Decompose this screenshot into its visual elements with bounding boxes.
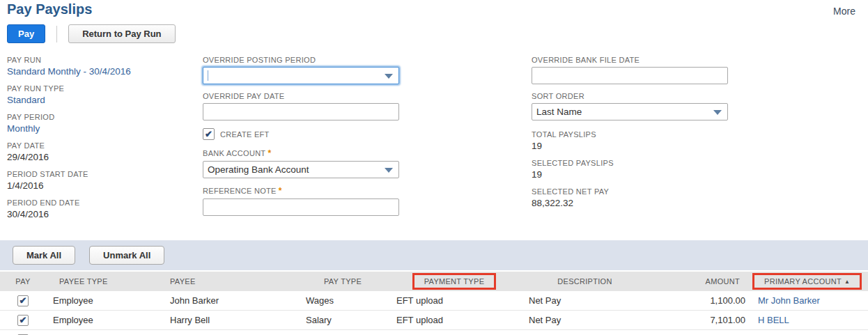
override-bank-file-date-group: OVERRIDE BANK FILE DATE — [532, 56, 728, 84]
primary-account-link[interactable]: Mr John Barker — [758, 295, 820, 306]
cell-primary-account: Mr John Barker — [750, 291, 868, 311]
col-amount[interactable]: AMOUNT — [649, 272, 750, 291]
total-payslips-label: TOTAL PAYSLIPS — [532, 130, 728, 139]
col-description[interactable]: DESCRIPTION — [520, 272, 649, 291]
list-action-band: Mark All Unmark All — [0, 240, 868, 270]
row-pay-checkbox[interactable]: ✔ — [17, 315, 29, 326]
pay-button[interactable]: Pay — [7, 24, 45, 43]
col-pay-type[interactable]: PAY TYPE — [297, 272, 388, 291]
cell-description: Net Pay — [520, 291, 649, 311]
pay-payslips-page: Pay Payslips More Pay Return to Pay Run … — [0, 0, 868, 335]
sort-order-group: SORT ORDER Last Name — [532, 92, 728, 120]
detail-value[interactable]: Standard Monthly - 30/4/2016 — [7, 66, 195, 77]
cell-payment-type: EFT upload — [388, 311, 520, 330]
cell-payee: John Barker — [161, 291, 297, 311]
cell-payment-type: EFT upload — [388, 330, 520, 335]
required-icon: * — [279, 186, 282, 196]
chevron-down-icon — [385, 74, 393, 79]
selected-payslips-value: 19 — [532, 169, 728, 180]
cell-pay: ✔ — [0, 311, 46, 330]
detail-period-start-date: PERIOD START DATE 1/4/2016 — [7, 170, 195, 192]
override-pay-date-input[interactable] — [203, 103, 399, 120]
detail-label: PERIOD START DATE — [7, 170, 195, 178]
selected-payslips-label: SELECTED PAYSLIPS — [532, 159, 728, 167]
cell-payee-type: Employee — [46, 330, 161, 335]
reference-note-group: REFERENCE NOTE* — [203, 186, 399, 216]
override-posting-period-label: OVERRIDE POSTING PERIOD — [203, 56, 399, 64]
total-payslips-value: 19 — [532, 141, 728, 152]
unmark-all-button[interactable]: Unmark All — [89, 246, 164, 265]
check-icon: ✔ — [20, 315, 27, 325]
table-header-row: PAY PAYEE TYPE PAYEE PAY TYPE PAYMENT TY… — [0, 272, 868, 291]
cell-payment-type: EFT upload — [388, 291, 520, 311]
col-pay[interactable]: PAY — [0, 272, 46, 291]
payslip-table-body: ✔EmployeeJohn BarkerWagesEFT uploadNet P… — [0, 291, 868, 335]
create-eft-checkbox[interactable]: ✔ — [203, 128, 215, 140]
cell-primary-account: H BELL — [750, 311, 868, 330]
cell-pay: ✔ — [0, 330, 46, 335]
more-link[interactable]: More — [833, 6, 855, 17]
selected-net-pay-value: 88,322.32 — [532, 198, 728, 209]
detail-value: 29/4/2016 — [7, 152, 195, 163]
chevron-down-icon — [713, 110, 722, 115]
override-pay-date-group: OVERRIDE PAY DATE — [203, 92, 399, 120]
bank-account-dropdown[interactable]: Operating Bank Account — [203, 161, 399, 178]
sort-order-dropdown[interactable]: Last Name — [532, 103, 728, 120]
cell-pay-type: Salary — [297, 330, 388, 335]
detail-value[interactable]: Standard — [7, 95, 195, 106]
detail-label: PERIOD END DATE — [7, 198, 195, 207]
return-to-pay-run-button[interactable]: Return to Pay Run — [68, 24, 175, 43]
detail-pay-run: PAY RUN Standard Monthly - 30/4/2016 — [7, 56, 195, 77]
payslip-table: PAY PAYEE TYPE PAYEE PAY TYPE PAYMENT TY… — [0, 272, 868, 335]
form-middle-column: OVERRIDE POSTING PERIOD OVERRIDE PAY DAT… — [203, 56, 399, 224]
cell-amount: 1,100.00 — [649, 291, 750, 311]
sort-asc-icon: ▲ — [844, 279, 850, 285]
create-eft-label: CREATE EFT — [220, 130, 270, 139]
cell-pay-type: Wages — [297, 291, 388, 311]
mark-all-button[interactable]: Mark All — [13, 246, 75, 265]
cell-description: Net Pay — [520, 311, 649, 330]
page-title: Pay Payslips — [7, 1, 92, 17]
override-bank-file-date-input[interactable] — [532, 67, 728, 84]
override-posting-period-group: OVERRIDE POSTING PERIOD — [203, 56, 399, 84]
bank-account-label: BANK ACCOUNT* — [203, 148, 399, 158]
override-pay-date-label: OVERRIDE PAY DATE — [203, 92, 399, 100]
table-row: ✔EmployeeNicholas B…SalaryEFT uploadNet … — [0, 330, 868, 335]
payment-type-highlight-box: PAYMENT TYPE — [412, 273, 497, 290]
col-payee-type[interactable]: PAYEE TYPE — [46, 272, 161, 291]
check-icon: ✔ — [205, 130, 212, 139]
bank-account-value: Operating Bank Account — [208, 164, 309, 175]
cell-payee-type: Employee — [46, 311, 161, 330]
detail-pay-date: PAY DATE 29/4/2016 — [7, 141, 195, 163]
col-primary-account[interactable]: PRIMARY ACCOUNT▲ — [750, 272, 868, 291]
override-bank-file-date-label: OVERRIDE BANK FILE DATE — [532, 56, 728, 64]
cell-payee: Harry Bell — [161, 311, 297, 330]
table-row: ✔EmployeeHarry BellSalaryEFT uploadNet P… — [0, 311, 868, 330]
col-payee[interactable]: PAYEE — [161, 272, 297, 291]
form-right-column: OVERRIDE BANK FILE DATE SORT ORDER Last … — [532, 56, 728, 216]
detail-value[interactable]: Monthly — [7, 123, 195, 134]
sort-order-label: SORT ORDER — [532, 92, 728, 100]
check-icon: ✔ — [20, 296, 27, 305]
reference-note-input[interactable] — [203, 198, 399, 216]
cell-amount: 7,101.00 — [649, 311, 750, 330]
col-payment-type[interactable]: PAYMENT TYPE — [388, 272, 520, 291]
bank-account-group: BANK ACCOUNT* Operating Bank Account — [203, 148, 399, 178]
total-payslips: TOTAL PAYSLIPS 19 — [532, 130, 728, 152]
chevron-down-icon — [385, 168, 393, 173]
cell-payee: Nicholas B… — [161, 330, 297, 335]
cell-pay-type: Salary — [297, 311, 388, 330]
cell-amount: 0.00 — [649, 330, 750, 335]
row-pay-checkbox[interactable]: ✔ — [17, 295, 29, 306]
toolbar-divider — [56, 26, 57, 42]
cell-payee-type: Employee — [46, 291, 161, 311]
cell-pay: ✔ — [0, 291, 46, 311]
override-posting-period-dropdown[interactable] — [203, 67, 399, 84]
table-row: ✔EmployeeJohn BarkerWagesEFT uploadNet P… — [0, 291, 868, 311]
reference-note-label: REFERENCE NOTE* — [203, 186, 399, 196]
primary-account-link[interactable]: H BELL — [758, 315, 789, 325]
detail-pay-run-type: PAY RUN TYPE Standard — [7, 84, 195, 106]
create-eft-group: ✔ CREATE EFT — [203, 128, 399, 140]
selected-net-pay-label: SELECTED NET PAY — [532, 187, 728, 196]
toolbar: Pay Return to Pay Run — [7, 24, 176, 43]
